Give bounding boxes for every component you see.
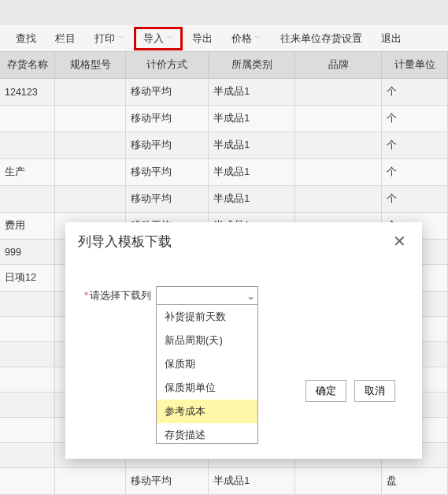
dialog-title: 列导入模板下载 (78, 233, 172, 251)
dropdown-option[interactable]: 存货描述 (157, 423, 257, 443)
download-column-dropdown: 补货提前天数新品周期(天)保质期保质期单位参考成本存货描述猜一猜 (156, 304, 258, 444)
required-asterisk: * (84, 289, 88, 301)
download-column-row: *请选择下载列 ⌄ 补货提前天数新品周期(天)保质期保质期单位参考成本存货描述猜… (84, 286, 258, 305)
ok-button[interactable]: 确定 (305, 380, 346, 402)
download-column-label: *请选择下载列 (84, 286, 151, 303)
close-icon[interactable]: ✕ (390, 232, 409, 251)
dialog-buttons: 确定 取消 (305, 380, 395, 402)
dialog-header: 列导入模板下载 ✕ (65, 222, 422, 262)
download-column-select[interactable] (156, 286, 258, 305)
cancel-button[interactable]: 取消 (354, 380, 395, 402)
import-template-dialog: 列导入模板下载 ✕ *请选择下载列 ⌄ 补货提前天数新品周期(天)保质期保质期单… (65, 222, 422, 459)
dialog-body: *请选择下载列 ⌄ 补货提前天数新品周期(天)保质期保质期单位参考成本存货描述猜… (65, 262, 422, 305)
dropdown-option[interactable]: 保质期单位 (157, 376, 257, 400)
dropdown-option[interactable]: 保质期 (157, 352, 257, 376)
dropdown-option[interactable]: 补货提前天数 (157, 305, 257, 329)
dropdown-option[interactable]: 参考成本 (157, 400, 257, 423)
download-column-select-wrap: ⌄ 补货提前天数新品周期(天)保质期保质期单位参考成本存货描述猜一猜 (156, 286, 258, 305)
dialog-backdrop: 列导入模板下载 ✕ *请选择下载列 ⌄ 补货提前天数新品周期(天)保质期保质期单… (0, 0, 448, 495)
dropdown-option[interactable]: 新品周期(天) (157, 329, 257, 352)
